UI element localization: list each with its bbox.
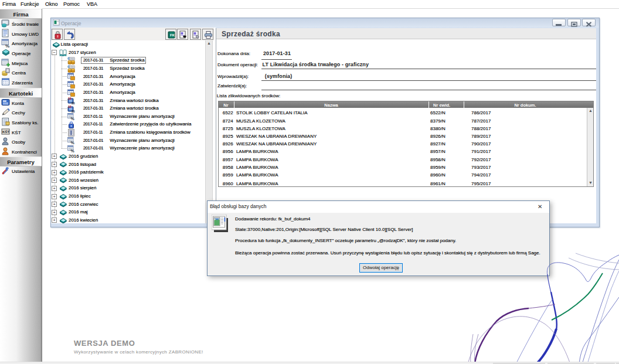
svg-text:%: % <box>5 43 9 48</box>
svg-text:%: % <box>70 117 74 120</box>
svg-text:30: 30 <box>72 110 75 113</box>
svg-text:12: 12 <box>68 105 72 108</box>
svg-text:30: 30 <box>72 101 75 104</box>
svg-text:KŚT: KŚT <box>2 130 9 134</box>
svg-text:FK: FK <box>170 33 175 37</box>
svg-text:%: % <box>70 149 74 152</box>
svg-text:12: 12 <box>68 97 72 100</box>
svg-text:%: % <box>70 141 74 144</box>
